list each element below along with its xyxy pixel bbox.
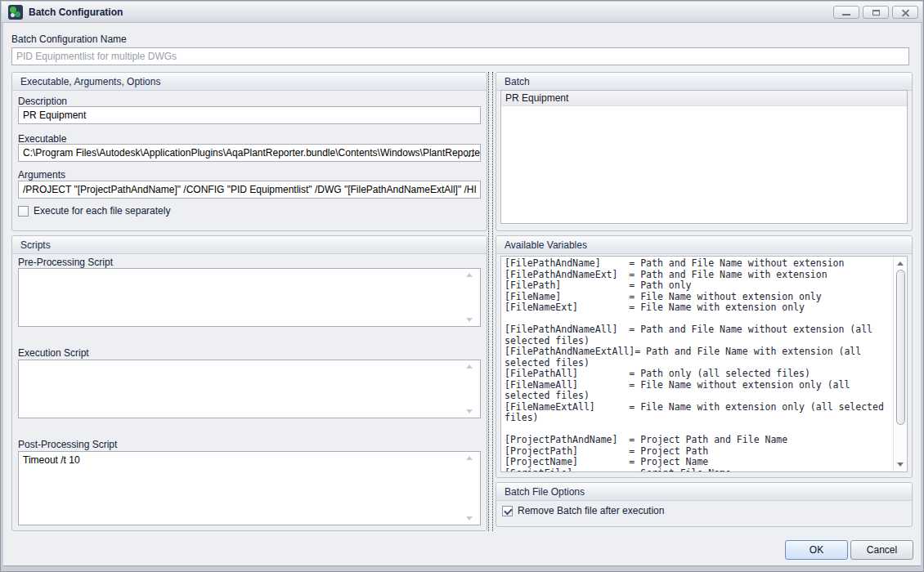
arguments-label: Arguments: [18, 169, 65, 181]
minimize-button[interactable]: [833, 6, 859, 19]
remove-batch-file-label: Remove Batch file after execution: [518, 505, 664, 516]
execution-script-label: Execution Script: [18, 347, 89, 359]
minimize-icon: [842, 14, 850, 16]
arguments-input[interactable]: [18, 181, 481, 199]
batch-list[interactable]: PR Equipment: [500, 90, 908, 224]
scroll-down-icon: [466, 318, 473, 322]
execute-separately-checkbox[interactable]: Execute for each file separately: [18, 205, 170, 217]
scroll-up-icon: [466, 456, 473, 460]
batch-configuration-name-input[interactable]: [11, 47, 909, 65]
window-title: Batch Configuration: [29, 7, 123, 18]
scroll-down-icon: [466, 516, 473, 521]
executable-path: C:\Program Files\Autodesk\ApplicationPlu…: [23, 147, 481, 159]
cancel-button[interactable]: Cancel: [850, 540, 913, 560]
scrollbar-thumb[interactable]: [896, 270, 905, 425]
scripts-group-title: Scripts: [12, 236, 487, 254]
post-processing-textarea[interactable]: Timeout /t 10: [18, 451, 481, 525]
checkbox-checked-icon[interactable]: [502, 506, 513, 516]
variables-textbox[interactable]: [FilePathAndName] = Path and File Name w…: [500, 256, 908, 472]
variables-text: [FilePathAndName] = Path and File Name w…: [505, 258, 890, 471]
execute-separately-label: Execute for each file separately: [34, 205, 170, 217]
remove-batch-file-checkbox[interactable]: Remove Batch file after execution: [502, 505, 664, 516]
batch-configuration-name-label: Batch Configuration Name: [11, 34, 127, 45]
maximize-icon: [872, 10, 880, 16]
pre-processing-label: Pre-Processing Script: [18, 257, 113, 268]
title-bar[interactable]: Batch Configuration: [2, 2, 922, 23]
batch-group-title: Batch: [496, 73, 912, 91]
variables-scrollbar[interactable]: [893, 257, 907, 471]
batch-file-options-title: Batch File Options: [496, 483, 912, 501]
maximize-button[interactable]: [863, 6, 889, 19]
execution-script-textarea[interactable]: [18, 360, 481, 418]
app-icon: [8, 5, 23, 20]
scroll-down-icon: [466, 409, 473, 413]
executable-label: Executable: [18, 133, 66, 145]
description-input[interactable]: [18, 106, 481, 124]
column-splitter[interactable]: [488, 72, 493, 531]
ok-button[interactable]: OK: [785, 540, 848, 560]
scroll-up-icon: [466, 273, 473, 277]
batch-list-item[interactable]: PR Equipment: [501, 91, 907, 106]
description-label: Description: [18, 96, 67, 107]
scroll-down-icon[interactable]: [897, 463, 904, 467]
pre-processing-textarea[interactable]: [18, 268, 481, 327]
scroll-up-icon: [466, 364, 473, 369]
available-variables-title: Available Variables: [496, 236, 912, 254]
checkbox-box-icon[interactable]: [18, 206, 29, 217]
executable-group-title: Executable, Arguments, Options: [12, 73, 487, 91]
post-processing-label: Post-Processing Script: [18, 439, 117, 450]
browse-button[interactable]: …: [464, 145, 474, 162]
close-button[interactable]: [892, 6, 918, 19]
scroll-up-icon[interactable]: [897, 261, 904, 266]
executable-input[interactable]: C:\Program Files\Autodesk\ApplicationPlu…: [18, 144, 481, 162]
